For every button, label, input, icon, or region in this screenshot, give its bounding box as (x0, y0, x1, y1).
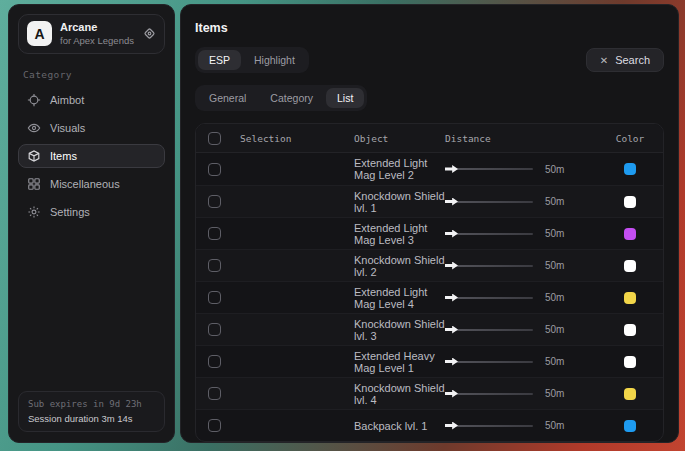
row-checkbox[interactable] (208, 259, 221, 272)
distance-slider[interactable] (445, 230, 533, 238)
sidebar-item-items[interactable]: Items (18, 144, 165, 168)
main-panel: Items ESPHighlight ✕ Search GeneralCateg… (180, 4, 679, 443)
table-row: Extended Heavy Mag Level 1 50m (196, 345, 663, 377)
page-title: Items (195, 21, 664, 35)
distance-slider[interactable] (445, 165, 533, 173)
row-checkbox[interactable] (208, 419, 221, 432)
tab-highlight[interactable]: Highlight (243, 50, 306, 70)
row-checkbox[interactable] (208, 387, 221, 400)
slider-thumb[interactable] (445, 198, 458, 206)
row-checkbox[interactable] (208, 195, 221, 208)
table-row: Knockdown Shield lvl. 1 50m (196, 185, 663, 217)
distance-value: 50m (545, 260, 564, 271)
gear-icon (27, 205, 41, 219)
col-header-color: Color (607, 133, 653, 144)
tab-list[interactable]: List (326, 88, 364, 108)
distance-value: 50m (545, 324, 564, 335)
table-header: Selection Object Distance Color (196, 124, 663, 153)
color-swatch[interactable] (624, 324, 636, 336)
sub-expires-text: Sub expires in 9d 23h (28, 399, 155, 409)
row-checkbox[interactable] (208, 291, 221, 304)
slider-thumb[interactable] (445, 358, 458, 366)
distance-slider[interactable] (445, 294, 533, 302)
slider-thumb[interactable] (445, 422, 458, 430)
box-icon (27, 149, 41, 163)
select-all-checkbox[interactable] (208, 132, 221, 145)
slider-thumb[interactable] (445, 165, 458, 173)
sidebar-item-label: Settings (50, 206, 90, 218)
distance-value: 50m (545, 164, 564, 175)
slider-thumb[interactable] (445, 262, 458, 270)
sidebar-item-aimbot[interactable]: Aimbot (18, 88, 165, 112)
tab-category[interactable]: Category (259, 88, 324, 108)
session-duration-text: Session duration 3m 14s (28, 413, 155, 424)
view-tabs: GeneralCategoryList (195, 85, 367, 111)
distance-slider[interactable] (445, 390, 533, 398)
color-swatch[interactable] (624, 228, 636, 240)
slider-thumb[interactable] (445, 230, 458, 238)
object-name: Backpack lvl. 1 (354, 420, 445, 432)
distance-slider[interactable] (445, 422, 533, 430)
object-name: Knockdown Shield lvl. 4 (354, 382, 445, 406)
distance-slider[interactable] (445, 198, 533, 206)
row-checkbox[interactable] (208, 323, 221, 336)
row-checkbox[interactable] (208, 227, 221, 240)
table-row: Extended Light Mag Level 3 50m (196, 217, 663, 249)
distance-value: 50m (545, 196, 564, 207)
color-swatch[interactable] (624, 356, 636, 368)
distance-slider[interactable] (445, 326, 533, 334)
sidebar: A Arcane for Apex Legends Category Aimbo… (8, 4, 175, 443)
color-swatch[interactable] (624, 420, 636, 432)
subscription-info: Sub expires in 9d 23h Session duration 3… (18, 391, 165, 432)
sidebar-item-miscellaneous[interactable]: Miscellaneous (18, 172, 165, 196)
app-subtitle: for Apex Legends (60, 35, 135, 47)
sidebar-item-label: Miscellaneous (50, 178, 120, 190)
tab-general[interactable]: General (198, 88, 257, 108)
sidebar-item-label: Aimbot (50, 94, 84, 106)
color-swatch[interactable] (624, 388, 636, 400)
distance-slider[interactable] (445, 358, 533, 366)
search-button-label: Search (615, 54, 650, 66)
color-swatch[interactable] (624, 292, 636, 304)
app-title: Arcane (60, 21, 135, 35)
object-name: Knockdown Shield lvl. 3 (354, 318, 445, 342)
distance-value: 50m (545, 228, 564, 239)
distance-value: 50m (545, 388, 564, 399)
tab-esp[interactable]: ESP (198, 50, 241, 70)
color-swatch[interactable] (624, 163, 636, 175)
table-row: Knockdown Shield lvl. 4 50m (196, 377, 663, 409)
sidebar-item-visuals[interactable]: Visuals (18, 116, 165, 140)
distance-value: 50m (545, 356, 564, 367)
close-icon: ✕ (600, 55, 608, 66)
items-table: Selection Object Distance Color Extended… (195, 123, 664, 442)
app-logo: A (27, 21, 52, 46)
table-row: Extended Light Mag Level 2 50m (196, 153, 663, 185)
search-button[interactable]: ✕ Search (586, 48, 664, 72)
category-label: Category (23, 69, 160, 80)
object-name: Extended Heavy Mag Level 1 (354, 350, 445, 374)
col-header-object: Object (354, 133, 445, 144)
object-name: Extended Light Mag Level 2 (354, 157, 445, 181)
object-name: Extended Light Mag Level 4 (354, 286, 445, 310)
object-name: Knockdown Shield lvl. 1 (354, 190, 445, 214)
slider-thumb[interactable] (445, 326, 458, 334)
distance-value: 50m (545, 292, 564, 303)
object-name: Extended Light Mag Level 3 (354, 222, 445, 246)
diamond-icon[interactable] (143, 27, 156, 40)
sidebar-item-label: Items (50, 150, 77, 162)
color-swatch[interactable] (624, 260, 636, 272)
distance-value: 50m (545, 420, 564, 431)
table-row: Knockdown Shield lvl. 3 50m (196, 313, 663, 345)
row-checkbox[interactable] (208, 355, 221, 368)
color-swatch[interactable] (624, 196, 636, 208)
sidebar-nav: Aimbot Visuals Items Miscellaneous Setti… (18, 88, 165, 228)
sidebar-item-settings[interactable]: Settings (18, 200, 165, 224)
table-row: Backpack lvl. 1 50m (196, 409, 663, 441)
crosshair-icon (27, 93, 41, 107)
slider-thumb[interactable] (445, 294, 458, 302)
distance-slider[interactable] (445, 262, 533, 270)
object-name: Knockdown Shield lvl. 2 (354, 254, 445, 278)
slider-thumb[interactable] (445, 390, 458, 398)
table-row: Extended Light Mag Level 4 50m (196, 281, 663, 313)
row-checkbox[interactable] (208, 163, 221, 176)
